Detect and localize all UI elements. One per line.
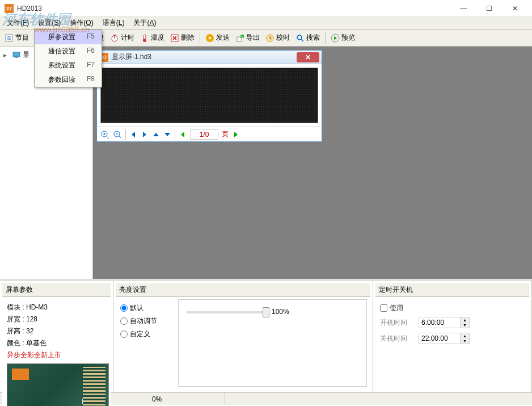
on-time-label: 开机时间 — [380, 318, 414, 328]
dropdown-system-settings[interactable]: 系统设置 F7 — [35, 58, 102, 73]
board-image: HD-C3 — [7, 363, 109, 406]
height-value: 32 — [26, 327, 33, 335]
dropdown-screen-params[interactable]: 屏参设置 F5 — [35, 30, 102, 44]
on-time-input[interactable]: 6:00:00 ▲▼ — [419, 317, 470, 328]
menu-language[interactable]: 语言(L) — [98, 17, 129, 29]
toolbar-separator — [325, 32, 326, 44]
board-model-label: HD-C3 — [82, 397, 106, 406]
promo-text: 异步全彩全新上市 — [7, 349, 106, 361]
prev-page-button[interactable] — [179, 131, 187, 139]
svg-rect-11 — [113, 35, 116, 36]
preview-window-title: 显示屏-1.hd3 — [112, 52, 297, 62]
svg-rect-27 — [15, 57, 18, 58]
thermometer-icon — [140, 34, 149, 43]
menu-settings[interactable]: 设置(S) — [33, 17, 65, 29]
screen-icon — [12, 51, 20, 59]
dropdown-param-readback[interactable]: 参数回读 F8 — [35, 73, 102, 87]
tool-delete[interactable]: 删除 — [168, 32, 197, 44]
tree-expand-icon[interactable]: ▸ — [3, 51, 10, 59]
arrow-right-button[interactable] — [141, 131, 149, 139]
next-page-button[interactable] — [232, 131, 240, 139]
close-button[interactable]: ✕ — [502, 1, 527, 16]
svg-line-33 — [119, 136, 121, 139]
send-icon — [205, 34, 214, 43]
program-icon — [5, 34, 14, 43]
zoom-out-button[interactable] — [113, 130, 122, 139]
control-separator — [175, 129, 175, 140]
control-separator — [125, 129, 126, 140]
toolbar-separator — [200, 32, 200, 44]
page-suffix-label: 页 — [222, 129, 229, 139]
led-display-area[interactable] — [100, 68, 318, 123]
menu-file[interactable]: 文件(F) — [2, 17, 33, 29]
off-time-input[interactable]: 22:00:00 ▲▼ — [419, 333, 470, 344]
brightness-panel: 亮度设置 默认 自动调节 自定义 100% — [113, 281, 373, 392]
screen-params-panel: 屏幕参数 模块 : HD-M3 屏宽 : 128 屏高 : 32 颜色 : 单基… — [0, 281, 113, 392]
tool-temp[interactable]: 温度 — [138, 32, 167, 44]
menubar: 文件(F) 设置(S) 操作(O) 语言(L) 关于(A) — [0, 17, 532, 30]
color-value: 单基色 — [26, 339, 47, 347]
svg-line-24 — [301, 39, 303, 41]
tool-export[interactable]: 导出 — [233, 32, 262, 44]
use-timer-checkbox[interactable] — [380, 304, 387, 312]
tool-search[interactable]: 搜索 — [293, 32, 322, 44]
svg-point-14 — [143, 39, 146, 42]
app-icon: 27 — [5, 4, 14, 13]
svg-rect-26 — [13, 52, 20, 57]
zoom-in-button[interactable] — [100, 130, 109, 139]
svg-point-23 — [297, 35, 302, 40]
spinner-up[interactable]: ▲ — [461, 317, 469, 323]
brightness-default-radio[interactable] — [120, 304, 128, 312]
slider-thumb-icon[interactable] — [263, 307, 269, 317]
stopwatch-icon — [110, 34, 119, 43]
brightness-slider[interactable] — [187, 311, 266, 313]
width-value: 128 — [26, 315, 37, 323]
panel-title: 屏幕参数 — [2, 283, 111, 297]
preview-window: 27 显示屏-1.hd3 ✕ 页 — [96, 50, 322, 142]
spinner-down[interactable]: ▼ — [461, 323, 469, 328]
arrow-up-button[interactable] — [152, 131, 160, 139]
settings-dropdown: 屏参设置 F5 通信设置 F6 系统设置 F7 参数回读 F8 — [34, 30, 102, 87]
delete-icon — [170, 34, 179, 43]
spinner-up[interactable]: ▲ — [461, 333, 469, 338]
preview-header[interactable]: 27 显示屏-1.hd3 ✕ — [97, 51, 322, 64]
dropdown-comm-settings[interactable]: 通信设置 F6 — [35, 44, 102, 58]
spinner-down[interactable]: ▼ — [461, 338, 469, 344]
panel-title: 定时开关机 — [375, 283, 529, 297]
maximize-button[interactable]: ☐ — [476, 1, 502, 16]
menu-about[interactable]: 关于(A) — [129, 17, 161, 29]
page-input[interactable] — [190, 129, 218, 140]
tool-synctime[interactable]: 校时 — [263, 32, 292, 44]
search-icon — [295, 34, 305, 43]
menu-operate[interactable]: 操作(O) — [65, 17, 98, 29]
brightness-custom-radio[interactable] — [120, 330, 128, 338]
tool-program[interactable]: 节目 — [2, 32, 31, 44]
svg-line-29 — [107, 136, 109, 139]
arrow-down-button[interactable] — [163, 131, 171, 139]
module-value: HD-M3 — [26, 303, 48, 311]
brightness-percent: 100% — [272, 308, 289, 316]
canvas-area: 27 显示屏-1.hd3 ✕ 页 — [93, 47, 532, 279]
tool-timer[interactable]: 计时 — [108, 32, 137, 44]
minimize-button[interactable]: — — [451, 1, 476, 16]
arrow-left-button[interactable] — [129, 131, 137, 139]
panel-title: 亮度设置 — [116, 283, 370, 297]
export-icon — [235, 34, 244, 43]
status-progress: 0% — [152, 395, 162, 403]
titlebar: 27 HD2013 — ☐ ✕ — [0, 0, 532, 17]
tool-send[interactable]: 发送 — [203, 32, 232, 44]
timer-power-panel: 定时开关机 使用 开机时间 6:00:00 ▲▼ 关机时间 22:00:00 ▲… — [373, 281, 532, 392]
tool-preview[interactable]: 预览 — [328, 32, 357, 44]
clock-sync-icon — [265, 34, 275, 43]
app-title: HD2013 — [17, 5, 451, 12]
off-time-label: 关机时间 — [380, 334, 414, 344]
preview-controls: 页 — [97, 127, 322, 141]
play-icon — [331, 34, 340, 43]
preview-close-button[interactable]: ✕ — [297, 52, 319, 62]
brightness-auto-radio[interactable] — [120, 317, 128, 325]
